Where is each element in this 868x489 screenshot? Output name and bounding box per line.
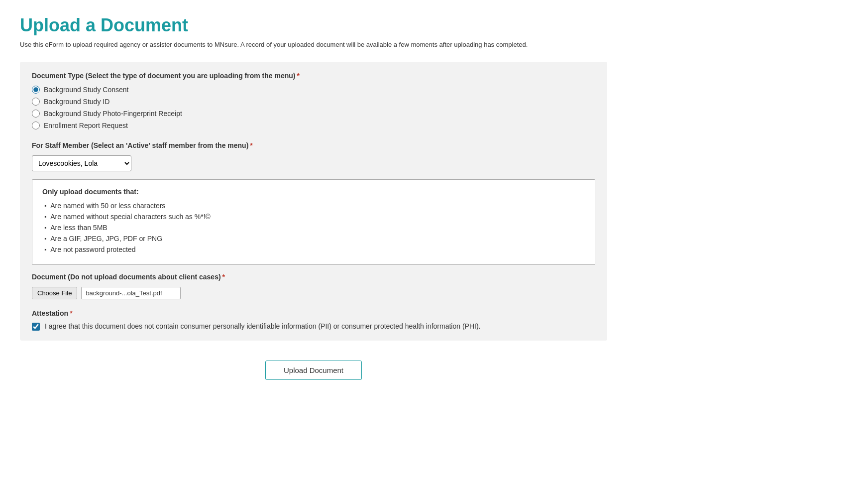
upload-rule-3: Are less than 5MB: [42, 224, 585, 232]
radio-label-background-study-id: Background Study ID: [44, 98, 109, 106]
staff-member-label: For Staff Member (Select an 'Active' sta…: [32, 141, 595, 149]
radio-input-background-study-id[interactable]: [32, 98, 40, 106]
document-type-label: Document Type (Select the type of docume…: [32, 72, 595, 80]
attestation-checkbox-row: I agree that this document does not cont…: [32, 322, 595, 331]
upload-button-container: Upload Document: [20, 361, 607, 380]
document-upload-section: Document (Do not upload documents about …: [32, 265, 595, 299]
radio-label-background-study-photo: Background Study Photo-Fingerprint Recei…: [44, 110, 182, 118]
upload-rule-4: Are a GIF, JPEG, JPG, PDF or PNG: [42, 235, 585, 243]
attestation-text: I agree that this document does not cont…: [45, 322, 480, 330]
upload-document-button[interactable]: Upload Document: [265, 361, 362, 380]
radio-background-study-consent[interactable]: Background Study Consent: [32, 86, 595, 94]
upload-rules-list: Are named with 50 or less characters Are…: [42, 202, 585, 253]
radio-input-background-study-photo[interactable]: [32, 110, 40, 118]
radio-label-enrollment-report: Enrollment Report Request: [44, 122, 128, 129]
radio-label-background-study-consent: Background Study Consent: [44, 86, 128, 94]
radio-input-enrollment-report[interactable]: [32, 122, 40, 129]
radio-background-study-photo[interactable]: Background Study Photo-Fingerprint Recei…: [32, 110, 595, 118]
document-type-radio-group: Background Study Consent Background Stud…: [32, 86, 595, 129]
attestation-section: Attestation* I agree that this document …: [32, 309, 595, 331]
upload-rule-5: Are not password protected: [42, 245, 585, 253]
upload-rule-1: Are named with 50 or less characters: [42, 202, 585, 210]
document-type-section: Document Type (Select the type of docume…: [20, 62, 607, 341]
upload-rules-box: Only upload documents that: Are named wi…: [32, 179, 595, 265]
document-upload-label: Document (Do not upload documents about …: [32, 273, 595, 281]
upload-rule-2: Are named without special characters suc…: [42, 213, 585, 221]
radio-input-background-study-consent[interactable]: [32, 86, 40, 94]
file-name-display: background-...ola_Test.pdf: [81, 287, 181, 299]
attestation-checkbox[interactable]: [32, 323, 40, 331]
choose-file-button[interactable]: Choose File: [32, 287, 77, 299]
attestation-label: Attestation*: [32, 309, 595, 317]
radio-enrollment-report[interactable]: Enrollment Report Request: [32, 122, 595, 129]
page-title: Upload a Document: [20, 15, 607, 36]
radio-background-study-id[interactable]: Background Study ID: [32, 98, 595, 106]
upload-rules-title: Only upload documents that:: [42, 188, 585, 196]
file-upload-wrapper: Choose File background-...ola_Test.pdf: [32, 287, 595, 299]
page-subtitle: Use this eForm to upload required agency…: [20, 40, 607, 50]
staff-member-select[interactable]: Lovescookies, Lola: [32, 155, 131, 171]
